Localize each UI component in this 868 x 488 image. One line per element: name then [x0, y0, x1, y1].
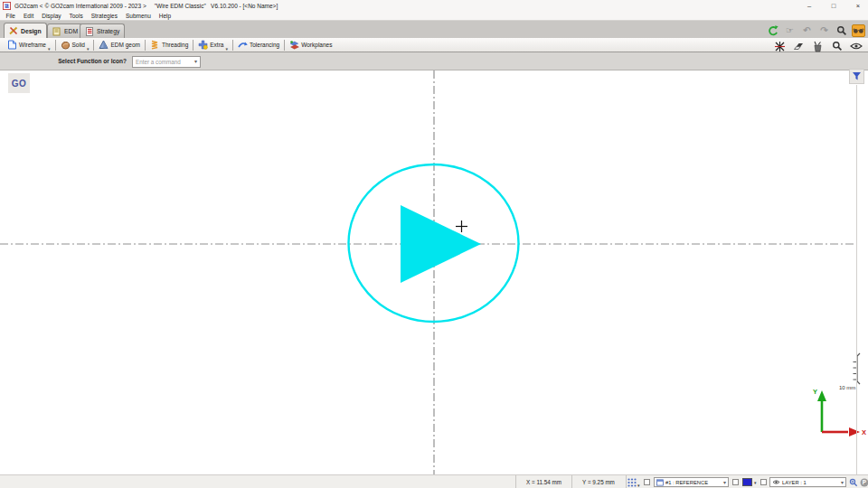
layer-value: LAYER : 1 [782, 480, 807, 485]
strategy-list-icon [85, 27, 94, 36]
x-axis-label: X [862, 428, 866, 436]
zoom-icon[interactable] [835, 24, 848, 37]
extra-button[interactable]: Extra ▾ [194, 39, 231, 51]
visibility-eye-icon[interactable] [849, 40, 863, 52]
tolerancing-button[interactable]: Tolerancing [234, 39, 283, 51]
maximize-button[interactable]: □ [829, 2, 838, 10]
command-input[interactable]: Enter a command ▾ [132, 56, 201, 68]
view-icons-row1: ☞ ↶ ↷ [766, 23, 865, 37]
color-swatch-caret[interactable]: ▾ [754, 480, 757, 485]
menu-edit[interactable]: Edit [19, 13, 37, 19]
y-axis-label: Y [813, 388, 817, 396]
design-tools-icon [9, 26, 18, 35]
wireframe-label: Wireframe [19, 42, 46, 48]
park-icon[interactable]: P [860, 478, 868, 488]
view-icons-row2 [773, 40, 863, 52]
extra-icon [198, 40, 208, 50]
tab-strategy-label: Strategy [97, 28, 119, 34]
cursor-crosshair [456, 221, 467, 232]
layer-checkbox[interactable] [760, 479, 767, 485]
x-coordinate-readout: X = 11.54 mm [515, 475, 572, 488]
menu-bar: File Edit Display Tools Strategies Subme… [0, 11, 868, 21]
extra-label: Extra [210, 42, 223, 48]
command-prompt-label: Select Function or Icon? [0, 58, 127, 64]
reference-checkbox[interactable] [644, 479, 650, 485]
pointer-select-icon[interactable]: ☞ [783, 24, 797, 37]
undo-icon[interactable]: ↶ [800, 24, 814, 37]
menu-tools[interactable]: Tools [65, 13, 87, 19]
edm-page-icon [52, 27, 61, 36]
edm-geom-icon [99, 40, 108, 50]
toolbar-separator [193, 40, 193, 51]
color-swatch[interactable] [742, 478, 752, 486]
toolbar-separator [55, 40, 56, 51]
go-logo-button[interactable]: GO [8, 73, 30, 93]
workplanes-button[interactable]: Workplanes [286, 39, 335, 51]
view-glasses-icon[interactable] [852, 24, 865, 37]
threading-icon [150, 40, 160, 50]
tolerancing-icon [238, 40, 248, 50]
side-panel-divider [856, 85, 857, 474]
window-title: GO2cam < © GO2cam International 2009 - 2… [14, 3, 278, 9]
redo-icon[interactable]: ↷ [817, 24, 831, 37]
chevron-down-icon[interactable]: ▾ [194, 59, 197, 64]
y-coordinate-readout: Y = 9.25 mm [571, 475, 627, 488]
regenerate-icon[interactable] [766, 24, 779, 37]
toolbar-separator [93, 40, 94, 51]
tab-design[interactable]: Design [4, 23, 47, 38]
grid-snap-icon[interactable] [627, 478, 637, 488]
reference-icon [656, 479, 664, 486]
wireframe-button[interactable]: Wireframe ▾ [4, 39, 54, 51]
tab-design-label: Design [21, 28, 42, 34]
zoom-plus-icon[interactable] [849, 478, 858, 488]
menu-submenu[interactable]: Submenu [121, 13, 155, 19]
command-bar: Select Function or Icon? Enter a command… [0, 52, 868, 70]
tab-strategy[interactable]: Strategy [80, 23, 125, 38]
layer-select[interactable]: LAYER : 1 ▾ [769, 477, 846, 487]
chevron-down-icon[interactable]: ▾ [841, 480, 844, 485]
grid-snap-caret[interactable]: ▾ [637, 483, 640, 488]
tolerancing-label: Tolerancing [250, 42, 279, 48]
menu-strategies[interactable]: Strategies [87, 13, 121, 19]
menu-file[interactable]: File [2, 13, 19, 19]
extra-dropdown-caret[interactable]: ▾ [225, 47, 228, 51]
zoom-window-icon[interactable] [830, 40, 844, 52]
filter-funnel-icon [852, 71, 862, 81]
solid-label: Solid [72, 42, 85, 48]
threading-button[interactable]: Threading [146, 39, 192, 51]
reference-value: #1 : REFERENCE [665, 480, 708, 485]
app-icon [3, 2, 11, 10]
geometry-triangle[interactable] [401, 205, 481, 283]
title-bar: GO2cam < © GO2cam International 2009 - 2… [0, 0, 868, 11]
close-button[interactable]: × [854, 2, 863, 10]
solid-button[interactable]: Solid ▾ [57, 39, 93, 51]
color-checkbox[interactable] [732, 479, 739, 485]
drawing-canvas[interactable]: 10 mm Y X [0, 70, 868, 474]
workplanes-icon [289, 40, 299, 50]
tab-edm-label: EDM [64, 28, 78, 34]
chevron-down-icon[interactable]: ▾ [723, 480, 726, 485]
drawing-area[interactable]: 10 mm Y X GO [0, 70, 868, 474]
edm-geom-label: EDM geom [110, 42, 140, 48]
minimize-button[interactable]: – [805, 2, 814, 10]
y-axis-arrowhead [817, 390, 826, 401]
eraser-icon[interactable] [792, 40, 806, 52]
wireframe-icon [7, 40, 17, 50]
solid-dropdown-caret[interactable]: ▾ [87, 47, 90, 51]
trash-bucket-icon[interactable] [811, 40, 825, 52]
tab-edm[interactable]: EDM [47, 23, 83, 38]
edm-geom-button[interactable]: EDM geom [95, 39, 144, 51]
toolbar-separator [232, 40, 233, 51]
axis-triad: Y X [813, 388, 866, 436]
reference-select[interactable]: #1 : REFERENCE ▾ [654, 477, 729, 487]
filter-button[interactable] [849, 69, 864, 84]
hide-entities-icon[interactable] [773, 40, 787, 52]
command-input-placeholder: Enter a command [136, 59, 181, 65]
solid-icon [61, 40, 71, 50]
threading-label: Threading [162, 42, 188, 48]
wireframe-dropdown-caret[interactable]: ▾ [48, 47, 51, 51]
menu-help[interactable]: Help [155, 13, 175, 19]
toolbar: Wireframe ▾ Solid ▾ EDM geom Threading E… [0, 38, 868, 52]
menu-display[interactable]: Display [38, 13, 65, 19]
layer-eye-icon [772, 479, 780, 485]
